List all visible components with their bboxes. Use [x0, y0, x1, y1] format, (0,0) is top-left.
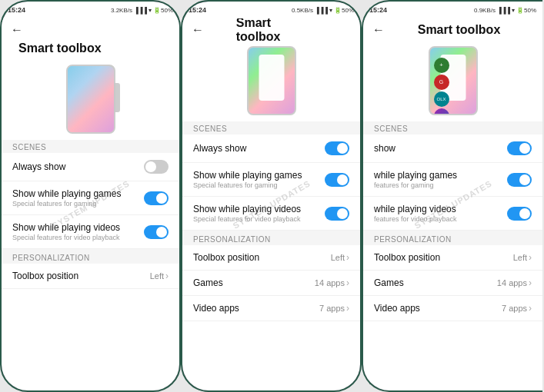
always-show-title-2: Always show — [193, 143, 246, 154]
video-apps-nav-3[interactable]: Video apps 7 apps › — [363, 296, 542, 321]
games-text-3: while playing games features for gaming — [374, 170, 457, 189]
games-toggle-2[interactable] — [325, 173, 349, 187]
toolbox-position-3[interactable]: Toolbox position Left › — [363, 245, 542, 271]
phone-preview-1 — [66, 65, 115, 134]
network-speed-3: 0.9KB/s — [474, 7, 496, 14]
games-setting-3[interactable]: while playing games features for gaming — [363, 163, 542, 197]
videos-subtitle-2: Special features for video playback — [193, 215, 301, 223]
videos-text-3: while playing videos features for video … — [374, 204, 457, 223]
toolbox-position-1[interactable]: Toolbox position Left › — [2, 264, 179, 289]
always-show-title-3: show — [374, 143, 395, 154]
always-show-2[interactable]: Always show — [182, 135, 360, 163]
games-nav-label-2: Games — [193, 277, 223, 288]
preview-inner-1 — [68, 66, 114, 132]
battery-icon: 🔋50% — [153, 7, 173, 14]
toolbox-position-value-2: Left — [331, 253, 345, 262]
games-subtitle-3: features for gaming — [374, 181, 457, 189]
status-time-1: 15:24 — [8, 6, 25, 14]
videos-text-1: Show while playing videos Special featur… — [12, 222, 120, 241]
videos-toggle-1[interactable] — [144, 225, 169, 239]
back-button-2[interactable]: ← — [192, 23, 204, 37]
video-apps-value-2: 7 apps — [319, 304, 345, 313]
games-nav-value-2: 14 apps — [315, 278, 345, 287]
games-nav-3[interactable]: Games 14 apps › — [363, 271, 542, 296]
videos-setting-2[interactable]: Show while playing videos Special featur… — [182, 197, 360, 231]
video-apps-label-2: Video apps — [193, 303, 239, 314]
preview-container-1 — [2, 60, 179, 140]
video-apps-value-3: 7 apps — [502, 304, 527, 313]
preview-container-3: + G OLX Q — [363, 42, 542, 121]
personalization-label-3: PERSONALIZATION — [363, 231, 542, 245]
status-time-2: 15:24 — [189, 6, 206, 14]
video-apps-label-3: Video apps — [374, 303, 420, 314]
toolbox-position-value-1: Left — [150, 271, 164, 281]
toolbox-icon-olx: OLX — [434, 91, 449, 107]
games-setting-1[interactable]: Show while playing games Special feature… — [2, 181, 179, 215]
games-nav-2[interactable]: Games 14 apps › — [182, 271, 360, 296]
videos-setting-3[interactable]: while playing videos features for video … — [363, 197, 542, 231]
always-show-text-2: Always show — [193, 143, 246, 154]
back-button-1[interactable]: ← — [11, 23, 23, 37]
preview-container-2 — [182, 42, 360, 121]
always-show-1[interactable]: Always show — [2, 153, 179, 181]
videos-text-2: Show while playing videos Special featur… — [193, 204, 301, 223]
network-speed-1: 3.2KB/s — [111, 7, 132, 14]
toolbox-position-label-2: Toolbox position — [193, 252, 259, 263]
chevron-icon-2: › — [346, 252, 349, 263]
toolbox-position-label-1: Toolbox position — [12, 271, 78, 281]
back-button-3[interactable]: ← — [372, 23, 385, 37]
always-show-toggle-2[interactable] — [325, 141, 349, 155]
games-nav-value-3: 14 apps — [497, 278, 527, 287]
status-bar-3: 15:24 0.9KB/s ▐▐▐ ▾ 🔋50% — [363, 2, 542, 18]
page-title-3: Smart toolbox — [418, 23, 501, 37]
toolbox-position-2[interactable]: Toolbox position Left › — [182, 245, 360, 271]
toolbox-position-label-3: Toolbox position — [374, 252, 440, 263]
games-title-3: while playing games — [374, 170, 457, 181]
videos-toggle-2[interactable] — [325, 207, 349, 221]
wifi-icon: ▾ — [149, 7, 152, 14]
battery-icon-3: 🔋50% — [516, 7, 536, 14]
status-icons-2: 0.5KB/s ▐▐▐ ▾ 🔋50% — [292, 7, 354, 14]
always-show-3[interactable]: show — [363, 135, 542, 163]
chevron-icon-games-3: › — [529, 277, 532, 288]
battery-icon-2: 🔋50% — [334, 7, 354, 14]
page-title-2: Smart toolbox — [236, 18, 319, 44]
videos-subtitle-3: features for video playback — [374, 215, 457, 223]
videos-setting-1[interactable]: Show while playing videos Special featur… — [2, 215, 179, 249]
screen-3: ← Smart toolbox + G OLX Q SYSTEM UPDATES… — [363, 18, 542, 390]
toolbox-icon-app4 — [434, 108, 449, 115]
games-text-2: Show while playing games Special feature… — [193, 170, 302, 189]
videos-toggle-3[interactable] — [507, 207, 532, 221]
network-speed-2: 0.5KB/s — [292, 7, 313, 14]
games-toggle-3[interactable] — [507, 173, 532, 187]
screen-1: ← Smart toolbox SYSTEM UPDATES Scenes Al… — [2, 18, 179, 390]
scenes-label-1: Scenes — [2, 140, 179, 153]
phone-3: 15:24 0.9KB/s ▐▐▐ ▾ 🔋50% ← Smart toolbox… — [362, 0, 542, 392]
white-card-2 — [259, 55, 284, 101]
wifi-icon-2: ▾ — [329, 7, 332, 14]
always-show-toggle-3[interactable] — [507, 141, 532, 155]
status-bar-1: 15:24 3.2KB/s ▐▐▐ ▾ 🔋50% — [2, 2, 179, 18]
video-apps-nav-2[interactable]: Video apps 7 apps › — [182, 296, 360, 321]
games-nav-label-3: Games — [374, 277, 404, 288]
screen-2: ← Smart toolbox SYSTEM UPDATES Scenes Al… — [182, 18, 360, 390]
games-setting-2[interactable]: Show while playing games Special feature… — [182, 163, 360, 197]
wifi-icon-3: ▾ — [512, 7, 515, 14]
toolbox-icon-plus: + — [434, 58, 449, 73]
videos-title-2: Show while playing videos — [193, 204, 301, 214]
page-title-1: Smart toolbox — [18, 42, 102, 55]
toolbar-3: ← Smart toolbox — [363, 18, 542, 42]
phone-1: 15:24 3.2KB/s ▐▐▐ ▾ 🔋50% ← Smart toolbox… — [0, 0, 181, 392]
signal-icon: ▐▐▐ — [134, 7, 147, 14]
status-icons-3: 0.9KB/s ▐▐▐ ▾ 🔋50% — [474, 7, 536, 14]
personalization-label-2: PERSONALIZATION — [182, 231, 360, 245]
games-toggle-1[interactable] — [144, 191, 169, 205]
always-show-text-3: show — [374, 143, 395, 154]
personalization-label-1: PERSONALIZATION — [2, 249, 179, 264]
chevron-icon-videos-3: › — [529, 303, 532, 314]
videos-subtitle-1: Special features for video playback — [12, 234, 120, 241]
toolbox-icon-g: G — [434, 75, 449, 90]
games-text-1: Show while playing games Special feature… — [12, 188, 121, 208]
toolbox-position-value-3: Left — [513, 253, 527, 262]
always-show-toggle-1[interactable] — [144, 160, 169, 174]
